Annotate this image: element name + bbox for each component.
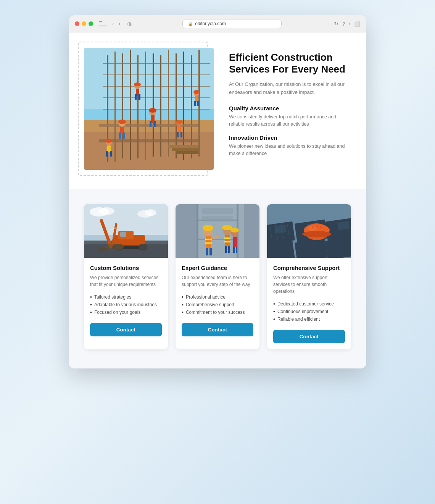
card-3-contact-button[interactable]: Contact xyxy=(273,330,345,343)
svg-rect-115 xyxy=(274,225,287,234)
card-custom-solutions: LYNCH Custom Solutions xyxy=(84,204,168,349)
svg-point-38 xyxy=(176,120,183,124)
svg-rect-54 xyxy=(106,151,108,157)
svg-rect-82 xyxy=(202,208,233,214)
svg-rect-18 xyxy=(103,74,210,75)
svg-rect-94 xyxy=(225,235,230,246)
sidebar-toggle-icon[interactable] xyxy=(99,21,107,26)
svg-rect-87 xyxy=(205,239,212,240)
svg-rect-96 xyxy=(224,241,230,242)
svg-rect-51 xyxy=(176,151,198,154)
svg-rect-1 xyxy=(84,48,214,109)
svg-rect-15 xyxy=(191,55,192,158)
card-3-body: Comprehensive Support We offer extensive… xyxy=(267,258,351,349)
card-1-title: Custom Solutions xyxy=(90,265,162,271)
list-item: Comprehensive support xyxy=(182,301,253,309)
svg-rect-27 xyxy=(123,132,125,139)
hero-text: Efficient Construction Services For Ever… xyxy=(229,48,351,164)
card-1-image: LYNCH xyxy=(84,204,168,258)
list-item: Focused on your goals xyxy=(90,309,162,316)
svg-rect-78 xyxy=(197,204,198,258)
svg-rect-5 xyxy=(114,52,116,162)
svg-rect-55 xyxy=(110,151,112,157)
address-bar[interactable]: 🔒 editor.yola.com xyxy=(182,19,282,28)
list-item: Continuous improvement xyxy=(273,308,345,315)
new-tab-button[interactable]: + xyxy=(348,21,351,27)
card-3-image xyxy=(267,204,351,258)
svg-rect-49 xyxy=(168,145,198,148)
svg-rect-37 xyxy=(180,132,182,137)
svg-rect-9 xyxy=(145,52,146,160)
card-2-image xyxy=(176,204,259,258)
list-item: Professional advice xyxy=(182,293,253,301)
innovation-title: Innovation Driven xyxy=(229,134,351,141)
svg-rect-26 xyxy=(119,132,121,139)
browser-window: ‹ › ◑ 🔒 editor.yola.com ↻ ? + ⬜ xyxy=(69,15,366,368)
svg-point-48 xyxy=(193,90,200,94)
forward-button[interactable]: › xyxy=(117,20,122,27)
hero-subtitle: At Our Organization, our mission is to e… xyxy=(229,81,351,97)
svg-rect-81 xyxy=(197,239,238,240)
back-button[interactable]: ‹ xyxy=(111,20,116,27)
address-bar-wrap: 🔒 editor.yola.com xyxy=(135,19,329,28)
card-3-desc: We offer extensive support services to e… xyxy=(273,274,345,295)
list-item: Adaptable to various industries xyxy=(90,301,162,309)
svg-rect-14 xyxy=(183,52,184,160)
svg-rect-47 xyxy=(197,101,199,106)
reload-icon[interactable]: ↻ xyxy=(334,21,338,27)
nav-arrows: ‹ › xyxy=(111,20,122,27)
svg-rect-90 xyxy=(209,248,212,255)
svg-point-75 xyxy=(145,209,156,216)
hero-section: Efficient Construction Services For Ever… xyxy=(69,32,366,189)
traffic-lights xyxy=(75,21,93,26)
svg-rect-23 xyxy=(99,139,198,142)
svg-point-122 xyxy=(312,226,314,228)
svg-rect-95 xyxy=(224,237,230,239)
close-button[interactable] xyxy=(75,21,79,26)
extensions-button[interactable]: ⬜ xyxy=(354,21,360,27)
svg-rect-98 xyxy=(228,246,230,253)
svg-point-120 xyxy=(302,231,331,237)
svg-rect-42 xyxy=(139,94,140,100)
svg-rect-102 xyxy=(233,247,235,253)
svg-point-121 xyxy=(308,226,317,231)
svg-rect-117 xyxy=(337,221,350,230)
svg-point-85 xyxy=(203,225,213,231)
card-3-list: Dedicated customer service Continuous im… xyxy=(273,300,345,323)
svg-point-28 xyxy=(118,120,126,124)
help-button[interactable]: ? xyxy=(342,21,345,27)
svg-rect-97 xyxy=(225,246,227,253)
svg-point-100 xyxy=(230,228,239,233)
card-2-body: Expert Guidance Our experienced team is … xyxy=(176,258,259,342)
svg-point-71 xyxy=(97,247,109,252)
svg-rect-13 xyxy=(176,53,177,158)
svg-rect-86 xyxy=(206,236,211,248)
svg-rect-20 xyxy=(103,97,210,98)
quality-feature: Quality Assurance We consistently delive… xyxy=(229,105,351,128)
card-1-contact-button[interactable]: Contact xyxy=(90,323,162,336)
card-expert-guidance: Expert Guidance Our experienced team is … xyxy=(176,204,259,349)
svg-rect-88 xyxy=(205,242,212,244)
svg-point-73 xyxy=(99,207,114,215)
svg-rect-46 xyxy=(194,101,196,106)
cards-section: LYNCH Custom Solutions xyxy=(69,189,366,368)
svg-rect-103 xyxy=(236,247,237,253)
card-2-contact-button[interactable]: Contact xyxy=(182,323,253,336)
svg-rect-17 xyxy=(103,63,210,64)
svg-rect-68 xyxy=(139,244,147,250)
quality-title: Quality Assurance xyxy=(229,105,351,111)
maximize-button[interactable] xyxy=(89,21,93,26)
svg-point-43 xyxy=(134,82,141,86)
card-2-desc: Our experienced team is here to support … xyxy=(182,274,253,288)
svg-rect-101 xyxy=(233,237,237,247)
list-item: Commitment to your success xyxy=(182,309,253,316)
theme-icon: ◑ xyxy=(127,21,132,27)
svg-rect-21 xyxy=(103,109,210,110)
cards-grid: LYNCH Custom Solutions xyxy=(84,204,351,349)
minimize-button[interactable] xyxy=(82,21,86,26)
card-2-title: Expert Guidance xyxy=(182,265,253,271)
card-1-list: Tailored strategies Adaptable to various… xyxy=(90,293,162,316)
svg-point-123 xyxy=(316,226,317,227)
svg-rect-41 xyxy=(135,94,137,100)
innovation-feature: Innovation Driven We pioneer new ideas a… xyxy=(229,134,351,157)
